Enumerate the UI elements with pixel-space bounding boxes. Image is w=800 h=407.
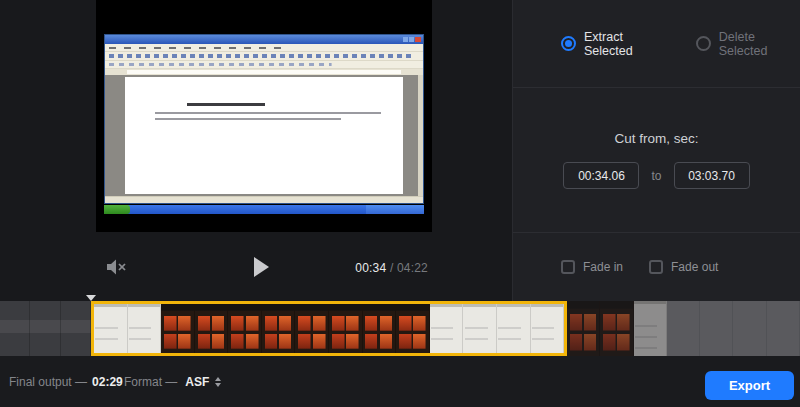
fade-in-label: Fade in bbox=[583, 260, 623, 274]
radio-delete-label: Delete Selected bbox=[719, 30, 800, 58]
timeline-thumb-game bbox=[161, 304, 195, 353]
timeline-thumb-doc bbox=[128, 304, 162, 353]
final-output-readout: Final output —02:29 bbox=[9, 375, 123, 389]
to-label: to bbox=[651, 169, 661, 183]
cut-from-label: Cut from, sec: bbox=[614, 131, 698, 146]
timeline-thumb-plain bbox=[667, 301, 700, 356]
cut-range-row: 00:34.06 to 03:03.70 bbox=[563, 162, 749, 189]
timeline-thumb-game bbox=[195, 304, 229, 353]
system-tray bbox=[366, 205, 424, 214]
timeline-thumb-plain bbox=[700, 301, 733, 356]
format-selector[interactable]: Format —ASF bbox=[124, 375, 221, 389]
windows-taskbar bbox=[104, 205, 424, 214]
fade-section: Fade in Fade out bbox=[513, 233, 800, 300]
timeline-thumb-game bbox=[600, 301, 633, 356]
radio-on-icon bbox=[561, 36, 576, 51]
format-stepper-icon[interactable] bbox=[215, 377, 221, 387]
timeline-thumb-faint bbox=[0, 301, 30, 356]
word-menubar bbox=[105, 44, 423, 52]
final-output-value: 02:29 bbox=[92, 375, 123, 389]
export-button[interactable]: Export bbox=[705, 371, 794, 400]
timeline-thumb-game bbox=[329, 304, 363, 353]
player-controls: 00:34 / 04:22 bbox=[96, 232, 432, 301]
cut-to-input[interactable]: 03:03.70 bbox=[674, 162, 750, 189]
fade-out-checkbox-item[interactable]: Fade out bbox=[649, 260, 718, 274]
total-time: 04:22 bbox=[397, 261, 428, 275]
timeline-selected-range[interactable] bbox=[91, 301, 567, 356]
timeline-thumb-faint bbox=[30, 301, 60, 356]
timeline-thumb-doc bbox=[497, 304, 531, 353]
word-titlebar bbox=[105, 35, 423, 44]
format-value: ASF bbox=[185, 375, 209, 389]
timeline-thumb-game bbox=[228, 304, 262, 353]
word-statusbar bbox=[105, 196, 423, 203]
word-toolbar-2 bbox=[105, 61, 423, 69]
footer-bar: Final output —02:29 Format —ASF Export bbox=[0, 356, 800, 407]
time-display: 00:34 / 04:22 bbox=[355, 261, 428, 275]
radio-extract-selected[interactable]: Extract Selected bbox=[561, 30, 668, 58]
page-heading-text bbox=[187, 103, 265, 106]
page-paragraph-line bbox=[155, 118, 341, 120]
word-toolbar bbox=[105, 52, 423, 61]
word-document-area bbox=[105, 75, 423, 196]
timeline-after-selection[interactable] bbox=[567, 301, 800, 356]
mode-section: Extract Selected Delete Selected bbox=[513, 0, 800, 88]
video-frame-word-window bbox=[104, 34, 424, 204]
play-icon bbox=[254, 257, 269, 277]
start-button-icon bbox=[104, 205, 130, 214]
page-paragraph-line bbox=[155, 112, 381, 114]
radio-delete-selected[interactable]: Delete Selected bbox=[696, 30, 800, 58]
timeline-thumb-plain bbox=[767, 301, 800, 356]
play-button[interactable] bbox=[254, 257, 274, 277]
mute-button[interactable] bbox=[106, 258, 128, 276]
video-preview[interactable] bbox=[96, 0, 432, 232]
radio-extract-label: Extract Selected bbox=[584, 30, 668, 58]
timeline-thumb-game bbox=[363, 304, 397, 353]
timeline-before-selection[interactable] bbox=[0, 301, 91, 356]
timeline-thumb-faint bbox=[61, 301, 91, 356]
checkbox-icon bbox=[561, 260, 575, 274]
timeline-thumb-doc bbox=[531, 304, 565, 353]
cut-from-input[interactable]: 00:34.06 bbox=[563, 162, 639, 189]
word-page bbox=[125, 77, 403, 194]
time-separator: / bbox=[386, 261, 397, 275]
timeline-thumb-doc bbox=[430, 304, 464, 353]
fade-out-label: Fade out bbox=[671, 260, 718, 274]
word-scrollbar bbox=[418, 75, 423, 196]
format-label: Format — bbox=[124, 375, 177, 389]
timeline-thumb-doc bbox=[463, 304, 497, 353]
settings-panel: Extract Selected Delete Selected Cut fro… bbox=[512, 0, 800, 301]
radio-off-icon bbox=[696, 36, 711, 51]
checkbox-icon bbox=[649, 260, 663, 274]
cut-section: Cut from, sec: 00:34.06 to 03:03.70 bbox=[513, 88, 800, 233]
timeline-thumb-game bbox=[295, 304, 329, 353]
window-control-icons bbox=[403, 37, 421, 42]
current-time: 00:34 bbox=[355, 261, 386, 275]
timeline-thumb-plain bbox=[733, 301, 766, 356]
timeline-thumb-doc bbox=[94, 304, 128, 353]
timeline-strip[interactable] bbox=[0, 301, 800, 356]
final-output-label: Final output — bbox=[9, 375, 87, 389]
fade-in-checkbox-item[interactable]: Fade in bbox=[561, 260, 623, 274]
timeline-thumb-doc bbox=[634, 301, 667, 356]
timeline-thumb-game bbox=[396, 304, 430, 353]
timeline-thumb-game bbox=[567, 301, 600, 356]
timeline-thumb-game bbox=[262, 304, 296, 353]
player-stage: 00:34 / 04:22 bbox=[0, 0, 512, 301]
muted-speaker-icon bbox=[106, 258, 128, 276]
playhead-marker-icon[interactable] bbox=[86, 295, 96, 301]
